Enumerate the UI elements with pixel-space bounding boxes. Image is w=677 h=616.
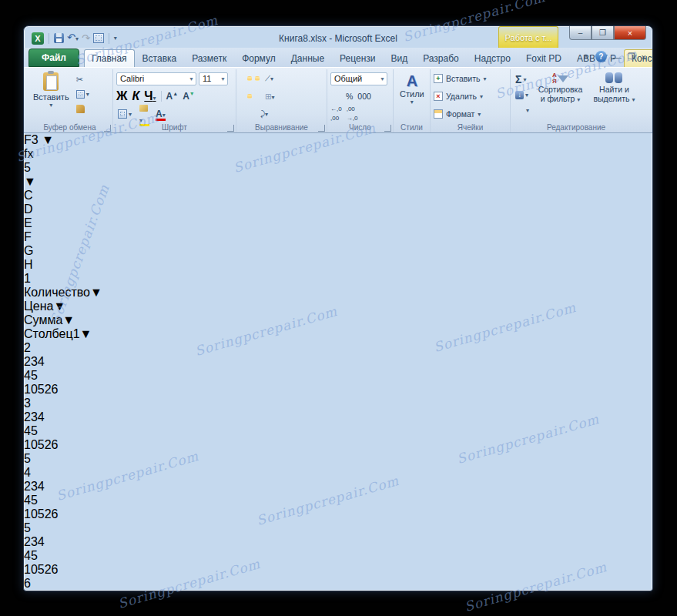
excel-logo-icon[interactable]: X bbox=[32, 32, 44, 45]
align-center-icon[interactable] bbox=[247, 94, 252, 99]
cell-quantity[interactable]: 234 bbox=[24, 591, 652, 591]
decrease-indent-icon[interactable] bbox=[240, 112, 244, 116]
cell-quantity[interactable]: 234 bbox=[24, 410, 652, 424]
clipboard-dialog-launcher[interactable] bbox=[104, 125, 111, 132]
align-middle-icon[interactable] bbox=[247, 76, 252, 81]
cell-price[interactable]: Цена▼ bbox=[24, 300, 652, 313]
italic-button[interactable]: К bbox=[132, 89, 139, 103]
row-number[interactable]: 2 bbox=[24, 341, 652, 355]
sort-filter-button[interactable]: АЯ Сортировкаи фильтр ▾ bbox=[533, 71, 588, 122]
ribbon-tab-формул[interactable]: Формул bbox=[234, 49, 283, 67]
borders-button[interactable]: ▾ bbox=[116, 108, 133, 120]
name-box[interactable]: F3 ▼ bbox=[24, 133, 652, 147]
thousands-format-icon[interactable]: 000 bbox=[357, 92, 371, 101]
cell-price[interactable]: 45 bbox=[24, 549, 652, 563]
autosum-icon[interactable]: Σ▾ bbox=[514, 73, 531, 85]
wrap-text-icon[interactable]: ⤸▾ bbox=[258, 107, 270, 121]
cell-price[interactable]: 45 bbox=[24, 494, 652, 507]
ribbon-tab-вставка[interactable]: Вставка bbox=[135, 49, 185, 67]
font-dialog-launcher[interactable] bbox=[227, 125, 234, 132]
align-left-icon[interactable] bbox=[240, 94, 244, 99]
column-header-F[interactable]: F bbox=[24, 230, 122, 244]
undo-icon[interactable]: ↶▾ bbox=[67, 32, 79, 45]
row-number[interactable]: 4 bbox=[24, 466, 652, 480]
fill-icon[interactable]: ↓▾ bbox=[514, 89, 531, 101]
underline-button[interactable]: Ч▾ bbox=[144, 89, 156, 103]
collapse-ribbon-icon[interactable]: ∧ bbox=[583, 52, 589, 62]
workbook-restore-icon[interactable]: ❐ bbox=[628, 52, 635, 62]
filter-dropdown-icon[interactable]: ▼ bbox=[53, 300, 65, 313]
cell-quantity[interactable]: 234 bbox=[24, 535, 652, 549]
increase-indent-icon[interactable] bbox=[249, 112, 253, 116]
ribbon-tab-разрабо[interactable]: Разрабо bbox=[415, 49, 467, 67]
qat-customize-icon[interactable]: ▾ bbox=[114, 35, 117, 42]
merge-center-icon[interactable]: ⊞▾ bbox=[263, 90, 276, 103]
row-number[interactable]: 3 bbox=[24, 397, 652, 410]
ribbon-tab-рецензи[interactable]: Рецензи bbox=[332, 49, 383, 67]
cell-price[interactable]: 45 bbox=[24, 369, 652, 383]
column-header-C[interactable]: C bbox=[24, 189, 155, 203]
formula-input[interactable]: 5 bbox=[24, 161, 652, 175]
grow-font-button[interactable]: А▲ bbox=[166, 91, 179, 102]
column-header-D[interactable]: D bbox=[24, 203, 142, 216]
ribbon-tab-вид[interactable]: Вид bbox=[384, 49, 416, 67]
cell-quantity[interactable]: 234 bbox=[24, 480, 652, 494]
minimize-button[interactable]: – bbox=[569, 26, 592, 40]
column-header-E[interactable]: E bbox=[24, 216, 139, 230]
row-number[interactable]: 5 bbox=[24, 521, 652, 535]
help-icon[interactable]: ? bbox=[595, 51, 607, 62]
shrink-font-button[interactable]: А▼ bbox=[183, 91, 195, 102]
format-cells-button[interactable]: Формат▾ bbox=[434, 106, 507, 122]
ribbon-tab-разметк[interactable]: Разметк bbox=[184, 49, 234, 67]
formula-bar-expand-icon[interactable]: ▼ bbox=[24, 175, 652, 189]
row-number[interactable]: 1 bbox=[24, 272, 652, 286]
cell-quantity[interactable]: 234 bbox=[24, 355, 652, 369]
name-box-dropdown-icon[interactable]: ▼ bbox=[42, 133, 54, 146]
cell-newcol[interactable]: Столбец1▼ bbox=[24, 327, 652, 341]
restore-button[interactable]: ❐ bbox=[592, 26, 614, 40]
insert-cells-button[interactable]: + Вставить▾ bbox=[434, 71, 507, 86]
save-icon[interactable] bbox=[54, 33, 64, 43]
paste-button[interactable]: Вставить ▾ bbox=[30, 71, 72, 122]
cell-newcol[interactable]: 5 bbox=[24, 452, 652, 466]
currency-format-icon[interactable] bbox=[330, 92, 341, 101]
ribbon-tab-надстро[interactable]: Надстро bbox=[467, 49, 518, 67]
cell-sum[interactable]: 10526 bbox=[24, 383, 652, 397]
filter-dropdown-icon[interactable]: ▼ bbox=[62, 313, 75, 326]
cut-icon[interactable]: ✂ bbox=[75, 73, 91, 85]
column-header-H[interactable]: H bbox=[24, 258, 75, 272]
font-color-button[interactable]: А▾ bbox=[156, 109, 166, 119]
format-painter-icon[interactable] bbox=[75, 102, 91, 115]
clear-icon[interactable]: ▾ bbox=[514, 104, 531, 116]
font-size-combo[interactable]: 11▼ bbox=[199, 72, 228, 85]
decrease-decimal-icon[interactable]: ,00→,0 bbox=[347, 105, 358, 123]
bold-button[interactable]: Ж bbox=[116, 89, 127, 103]
close-button[interactable]: × bbox=[614, 26, 646, 40]
row-number[interactable]: 6 bbox=[24, 577, 652, 591]
workbook-minimize-icon[interactable]: — bbox=[613, 52, 622, 62]
cell-sum[interactable]: 10526 bbox=[24, 563, 652, 577]
column-header-G[interactable]: G bbox=[24, 244, 75, 258]
cell-price[interactable]: 45 bbox=[24, 424, 652, 438]
cell-sum[interactable]: 10526 bbox=[24, 438, 652, 452]
ribbon-tab-главная[interactable]: Главная bbox=[84, 49, 135, 67]
number-dialog-launcher[interactable] bbox=[384, 125, 391, 132]
workbook-close-icon[interactable]: × bbox=[642, 52, 646, 62]
align-bottom-icon[interactable] bbox=[255, 76, 260, 81]
percent-format-icon[interactable]: % bbox=[346, 92, 353, 101]
find-select-button[interactable]: Найти ивыделить ▾ bbox=[590, 71, 638, 122]
fx-icon[interactable]: fx bbox=[24, 147, 33, 160]
orientation-icon[interactable]: ⟋▾ bbox=[263, 72, 276, 85]
cell-sum[interactable]: 10526 bbox=[24, 507, 652, 521]
ribbon-tab-foxit-pd[interactable]: Foxit PD bbox=[518, 49, 569, 67]
ribbon-tab-файл[interactable]: Файл bbox=[28, 49, 79, 67]
number-format-combo[interactable]: Общий▼ bbox=[330, 72, 387, 85]
increase-decimal-icon[interactable]: ←,0,00 bbox=[330, 105, 342, 123]
ribbon-tab-данные[interactable]: Данные bbox=[283, 49, 332, 67]
quick-view-icon[interactable] bbox=[93, 33, 104, 43]
alignment-dialog-launcher[interactable] bbox=[318, 125, 325, 132]
filter-dropdown-icon[interactable]: ▼ bbox=[90, 286, 102, 299]
align-top-icon[interactable] bbox=[240, 76, 244, 81]
filter-dropdown-icon[interactable]: ▼ bbox=[80, 327, 92, 340]
styles-button[interactable]: A Стили ▾ bbox=[397, 71, 427, 122]
